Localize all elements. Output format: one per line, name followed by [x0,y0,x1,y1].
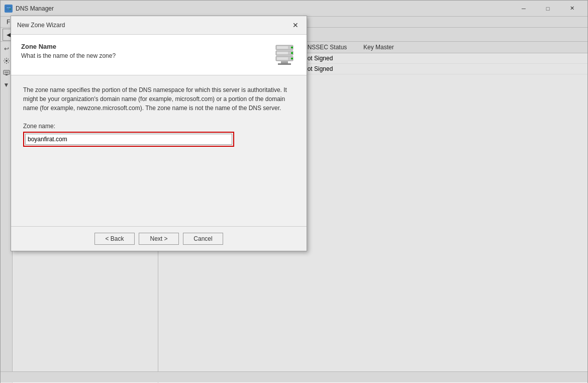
zone-name-label: Zone name: [23,123,295,130]
zone-name-section: Zone name: [23,123,295,147]
modal-overlay: New Zone Wizard ✕ Zone Name What is the … [1,1,587,382]
app-window: DNS Manager ─ □ ✕ File Action View Help … [0,0,588,383]
dialog-header: Zone Name What is the name of the new zo… [11,35,307,75]
dialog-title-bar: New Zone Wizard ✕ [11,16,307,35]
cancel-button[interactable]: Cancel [183,233,223,245]
svg-rect-16 [278,63,291,65]
back-button[interactable]: < Back [94,233,135,245]
svg-rect-10 [277,52,288,54]
svg-rect-7 [277,46,288,49]
svg-point-8 [291,47,293,49]
dialog-header-subtitle: What is the name of the new zone? [21,52,116,59]
dialog-title: New Zone Wizard [17,22,65,29]
svg-point-14 [291,58,293,60]
dialog-body: The zone name specifies the portion of t… [11,75,307,226]
dialog-description: The zone name specifies the portion of t… [23,85,295,113]
dialog-header-icon [272,43,297,67]
dialog-close-button[interactable]: ✕ [290,20,301,30]
svg-rect-15 [281,61,288,63]
dialog-header-title: Zone Name [21,43,116,50]
server-icon [273,43,296,66]
next-button[interactable]: Next > [139,233,179,245]
dialog-footer: < Back Next > Cancel [11,226,307,251]
zone-name-input[interactable] [25,134,232,145]
zone-name-input-wrapper [23,132,234,147]
svg-point-11 [291,52,293,54]
new-zone-wizard-dialog: New Zone Wizard ✕ Zone Name What is the … [11,16,307,251]
dialog-header-text: Zone Name What is the name of the new zo… [21,43,116,59]
svg-rect-13 [277,57,288,60]
